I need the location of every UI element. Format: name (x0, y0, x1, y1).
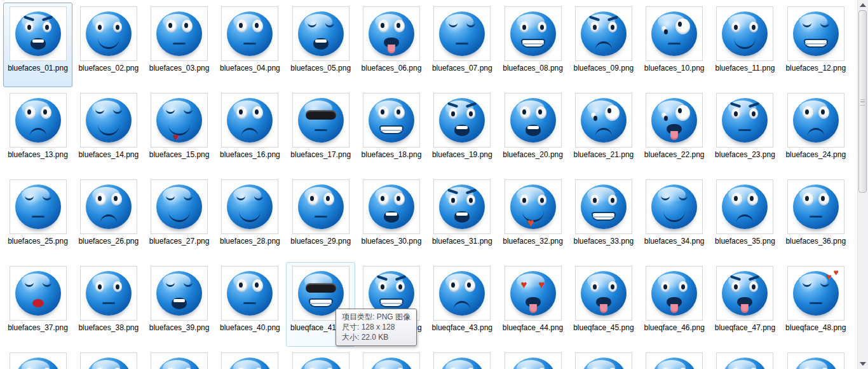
file-item[interactable]: bluefaces_04.png (215, 3, 285, 87)
file-name: bluefaces_02.png (74, 63, 142, 74)
thumbnail (433, 179, 491, 234)
file-item[interactable]: bluefaces_14.png (74, 89, 143, 174)
file-item[interactable]: blueqface_45.png (569, 262, 638, 347)
thumbnail (10, 179, 67, 234)
file-item[interactable]: bluefaces_19.png (428, 89, 497, 174)
file-item[interactable]: bluefaces_12.png (781, 3, 850, 87)
file-item[interactable]: blueqface_46.png (640, 262, 709, 347)
file-name: bluefaces_37.png (4, 323, 72, 333)
blue-face-icon (369, 98, 414, 143)
file-item[interactable]: bluefaces_23.png (710, 89, 780, 174)
file-name: bluefaces_08.png (499, 63, 567, 74)
file-item[interactable] (356, 349, 426, 369)
file-item[interactable]: blueqface_47.png (710, 262, 780, 347)
file-item[interactable]: bluefaces_03.png (145, 3, 214, 87)
thumbnail (363, 93, 420, 148)
file-item[interactable]: bluefaces_29.png (286, 176, 355, 260)
blue-face-icon (15, 358, 61, 369)
file-item[interactable]: bluefaces_13.png (3, 89, 72, 174)
scrollbar-thumb[interactable] (858, 10, 867, 193)
tooltip-dimensions: 尺寸: 128 x 128 (342, 322, 410, 332)
file-name: bluefaces_05.png (287, 63, 355, 74)
tooltip-item-type: 项目类型: PNG 图像 (342, 312, 410, 322)
file-name: blueqface_43.png (428, 323, 496, 333)
file-item[interactable]: bluefaces_22.png (640, 89, 709, 174)
thumbnail (646, 179, 703, 234)
file-item[interactable]: bluefaces_01.png (3, 3, 72, 87)
file-name: bluefaces_32.png (499, 236, 567, 247)
file-item[interactable]: bluefaces_27.png (145, 176, 214, 260)
file-item[interactable]: bluefaces_39.png (145, 262, 214, 347)
file-item[interactable]: bluefaces_24.png (781, 89, 850, 174)
file-item[interactable]: bluefaces_18.png (356, 89, 426, 174)
file-item[interactable] (74, 349, 143, 369)
file-item[interactable]: bluefaces_30.png (356, 176, 426, 260)
blue-face-icon (793, 11, 839, 56)
file-item[interactable]: bluefaces_40.png (215, 262, 285, 347)
file-item[interactable]: bluefaces_21.png (569, 89, 638, 174)
file-item[interactable] (640, 349, 709, 369)
hearts-icon: ♥ (833, 267, 838, 277)
file-item[interactable]: bluefaces_25.png (3, 176, 72, 260)
file-name: bluefaces_35.png (711, 236, 779, 247)
blue-face-icon (156, 11, 202, 56)
file-item[interactable] (3, 349, 72, 369)
file-item[interactable] (428, 349, 497, 369)
blue-face-icon (298, 358, 344, 369)
file-item[interactable]: bluefaces_17.png (286, 89, 355, 174)
file-item[interactable]: bluefaces_09.png (569, 3, 638, 87)
scroll-up-arrow-icon[interactable] (860, 3, 866, 7)
blue-face-icon (369, 358, 414, 369)
file-name: blueqface_45.png (569, 323, 637, 333)
file-grid: bluefaces_01.pngbluefaces_02.pngblueface… (3, 3, 855, 369)
file-name: bluefaces_03.png (146, 63, 214, 74)
file-item[interactable]: ♥bluefaces_15.png (145, 89, 214, 174)
file-name: bluefaces_40.png (216, 323, 284, 333)
blue-face-icon (651, 11, 697, 56)
file-item[interactable]: ♥blueqface_48.png (781, 262, 850, 347)
file-item[interactable]: bluefaces_34.png (640, 176, 709, 260)
file-name: blueqface_44.png (499, 323, 567, 333)
file-item[interactable]: bluefaces_06.png (356, 3, 426, 87)
file-item[interactable] (498, 349, 567, 369)
file-name: blueqface_48.png (782, 323, 850, 333)
file-item[interactable]: bluefaces_28.png (215, 176, 285, 260)
file-item[interactable]: ♥♥blueqface_44.png (498, 262, 567, 347)
file-item[interactable]: bluefaces_38.png (74, 262, 143, 347)
file-item[interactable]: bluefaces_36.png (781, 176, 850, 260)
file-item[interactable]: bluefaces_05.png (286, 3, 355, 87)
file-item[interactable]: bluefaces_37.png (3, 262, 72, 347)
file-item[interactable] (145, 349, 214, 369)
file-item[interactable] (286, 349, 355, 369)
file-item[interactable]: bluefaces_11.png (710, 3, 780, 87)
file-item[interactable]: blueqface_43.png (428, 262, 497, 347)
file-item[interactable]: bluefaces_20.png (498, 89, 567, 174)
file-item[interactable]: bluefaces_08.png (498, 3, 567, 87)
file-item[interactable]: bluefaces_02.png (74, 3, 143, 87)
file-item[interactable]: bluefaces_10.png (640, 3, 709, 87)
file-name: bluefaces_14.png (74, 150, 142, 160)
blue-face-icon (651, 98, 697, 143)
vertical-scrollbar[interactable] (857, 0, 868, 369)
file-item[interactable]: bluefaces_26.png (74, 176, 143, 260)
thumbnail (292, 6, 349, 61)
file-item[interactable] (710, 349, 780, 369)
thumbnail (80, 6, 137, 61)
blue-face-icon (793, 184, 839, 229)
thumbnail: ♥ (151, 93, 208, 148)
thumbnail (646, 93, 703, 148)
file-item[interactable]: bluefaces_35.png (710, 176, 780, 260)
file-item[interactable]: bluefaces_07.png (428, 3, 497, 87)
thumbnail (433, 352, 491, 369)
file-item[interactable] (569, 349, 638, 369)
file-item[interactable]: ♥bluefaces_32.png (498, 176, 567, 260)
file-item[interactable]: bluefaces_33.png (569, 176, 638, 260)
file-item[interactable]: bluefaces_16.png (215, 89, 285, 174)
blue-face-icon (15, 184, 61, 229)
file-item[interactable] (215, 349, 285, 369)
blue-face-icon (156, 358, 202, 369)
file-item[interactable] (781, 349, 850, 369)
scroll-down-arrow-icon[interactable] (860, 362, 866, 366)
file-item[interactable]: bluefaces_31.png (428, 176, 497, 260)
file-name: bluefaces_11.png (711, 63, 779, 74)
